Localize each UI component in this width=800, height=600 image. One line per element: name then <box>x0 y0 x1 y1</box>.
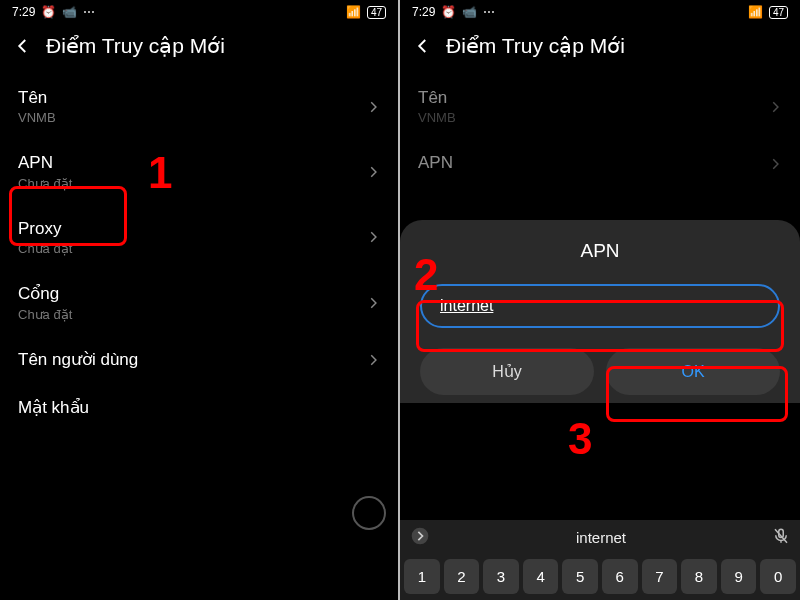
label: Cổng <box>18 284 72 304</box>
key-0[interactable]: 0 <box>760 559 796 594</box>
battery-icon: 47 <box>367 6 386 19</box>
back-icon[interactable] <box>14 37 32 55</box>
clock: 7:29 <box>412 5 435 19</box>
key-5[interactable]: 5 <box>562 559 598 594</box>
mic-off-icon[interactable] <box>772 527 790 548</box>
value: Chưa đặt <box>18 176 72 191</box>
signal-icon: 📶 <box>346 5 361 19</box>
setting-name: Tên VNMB <box>400 74 800 139</box>
alarm-icon: ⏰ <box>41 5 56 19</box>
label: APN <box>18 153 72 173</box>
settings-list: Tên VNMB APN Chưa đặt Proxy Chưa đặt <box>0 74 398 432</box>
setting-name[interactable]: Tên VNMB <box>0 74 398 139</box>
status-bar: 7:29 ⏰ 📹 ⋯ 📶 47 <box>400 0 800 24</box>
chevron-right-icon[interactable] <box>410 526 430 549</box>
page-title: Điểm Truy cập Mới <box>46 34 225 58</box>
label: Mật khẩu <box>18 398 89 418</box>
screen-1: 7:29 ⏰ 📹 ⋯ 📶 47 Điểm Truy cập Mới Tên VN… <box>0 0 400 600</box>
apn-input[interactable] <box>420 284 780 328</box>
signal-icon: 📶 <box>748 5 763 19</box>
chevron-right-icon <box>768 157 782 171</box>
settings-list-bg: Tên VNMB APN <box>400 74 800 188</box>
label: Tên người dùng <box>18 350 138 370</box>
back-icon[interactable] <box>414 37 432 55</box>
setting-apn: APN <box>400 139 800 187</box>
cancel-button[interactable]: Hủy <box>420 348 594 395</box>
status-bar: 7:29 ⏰ 📹 ⋯ 📶 47 <box>0 0 398 24</box>
alarm-icon: ⏰ <box>441 5 456 19</box>
setting-username[interactable]: Tên người dùng <box>0 336 398 384</box>
chevron-right-icon <box>366 296 380 310</box>
chevron-right-icon <box>366 165 380 179</box>
suggestion-text[interactable]: internet <box>430 529 772 546</box>
setting-password[interactable]: Mật khẩu <box>0 384 398 432</box>
value: VNMB <box>18 110 56 125</box>
svg-point-0 <box>412 528 429 545</box>
key-7[interactable]: 7 <box>642 559 678 594</box>
video-icon: 📹 <box>62 5 77 19</box>
value: Chưa đặt <box>18 241 72 256</box>
header: Điểm Truy cập Mới <box>0 24 398 74</box>
dialog-title: APN <box>416 240 784 262</box>
setting-apn[interactable]: APN Chưa đặt <box>0 139 398 204</box>
key-4[interactable]: 4 <box>523 559 559 594</box>
label: APN <box>418 153 453 173</box>
label: Proxy <box>18 219 72 239</box>
key-3[interactable]: 3 <box>483 559 519 594</box>
value: Chưa đặt <box>18 307 72 322</box>
clock: 7:29 <box>12 5 35 19</box>
chevron-right-icon <box>366 353 380 367</box>
key-1[interactable]: 1 <box>404 559 440 594</box>
chevron-right-icon <box>366 100 380 114</box>
header: Điểm Truy cập Mới <box>400 24 800 74</box>
battery-icon: 47 <box>769 6 788 19</box>
key-2[interactable]: 2 <box>444 559 480 594</box>
keyboard: internet 1 2 3 4 5 6 7 8 9 0 <box>400 520 800 600</box>
suggestion-bar: internet <box>400 520 800 555</box>
chevron-right-icon <box>366 230 380 244</box>
key-8[interactable]: 8 <box>681 559 717 594</box>
screen-2: 7:29 ⏰ 📹 ⋯ 📶 47 Điểm Truy cập Mới Tên VN… <box>400 0 800 600</box>
setting-proxy[interactable]: Proxy Chưa đặt <box>0 205 398 270</box>
video-icon: 📹 <box>462 5 477 19</box>
number-row: 1 2 3 4 5 6 7 8 9 0 <box>400 555 800 600</box>
setting-port[interactable]: Cổng Chưa đặt <box>0 270 398 335</box>
chevron-right-icon <box>768 100 782 114</box>
page-title: Điểm Truy cập Mới <box>446 34 625 58</box>
label: Tên <box>418 88 456 108</box>
value: VNMB <box>418 110 456 125</box>
ok-button[interactable]: OK <box>606 348 780 395</box>
label: Tên <box>18 88 56 108</box>
key-9[interactable]: 9 <box>721 559 757 594</box>
annotation-3: 3 <box>568 414 592 464</box>
more-icon: ⋯ <box>483 5 495 19</box>
cursor-indicator <box>352 496 386 530</box>
key-6[interactable]: 6 <box>602 559 638 594</box>
apn-dialog: APN Hủy OK <box>400 220 800 403</box>
more-icon: ⋯ <box>83 5 95 19</box>
